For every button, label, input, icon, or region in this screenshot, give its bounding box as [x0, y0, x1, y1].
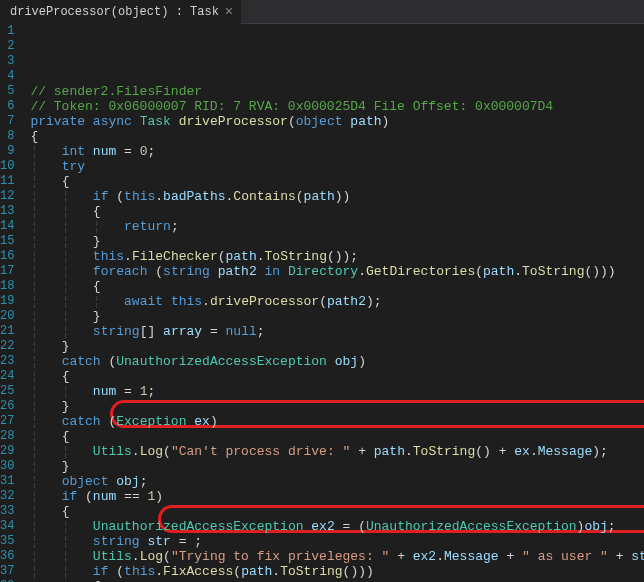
- line-number: 12: [0, 189, 14, 204]
- line-number: 8: [0, 129, 14, 144]
- line-number: 19: [0, 294, 14, 309]
- line-number: 14: [0, 219, 14, 234]
- line-number: 34: [0, 519, 14, 534]
- line-number: 32: [0, 489, 14, 504]
- line-number: 35: [0, 534, 14, 549]
- code-line: ¦ int num = 0;: [30, 144, 644, 159]
- code-line: ¦ if (num == 1): [30, 489, 644, 504]
- code-line: ¦ ¦ this.FileChecker(path.ToString());: [30, 249, 644, 264]
- active-tab[interactable]: driveProcessor(object) : Task ×: [0, 0, 241, 24]
- code-line: ¦ catch (UnauthorizedAccessException obj…: [30, 354, 644, 369]
- line-number: 23: [0, 354, 14, 369]
- code-line: ¦ ¦ UnauthorizedAccessException ex2 = (U…: [30, 519, 644, 534]
- line-number: 1: [0, 24, 14, 39]
- line-number: 24: [0, 369, 14, 384]
- line-number: 36: [0, 549, 14, 564]
- code-line: ¦ }: [30, 339, 644, 354]
- code-line: ¦ ¦ Utils.Log("Can't process drive: " + …: [30, 444, 644, 459]
- code-line: ¦ ¦ if (this.FixAccess(path.ToString())): [30, 564, 644, 579]
- code-line: ¦ ¦ string[] array = null;: [30, 324, 644, 339]
- line-number: 22: [0, 339, 14, 354]
- code-line: ¦ ¦ {: [30, 279, 644, 294]
- line-number: 10: [0, 159, 14, 174]
- line-number: 27: [0, 414, 14, 429]
- line-number: 7: [0, 114, 14, 129]
- line-number: 5: [0, 84, 14, 99]
- code-line: ¦ ¦ string str = ;: [30, 534, 644, 549]
- line-number: 29: [0, 444, 14, 459]
- line-number-gutter: 1234567891011121314151617181920212223242…: [0, 24, 26, 582]
- line-number: 17: [0, 264, 14, 279]
- line-number: 18: [0, 279, 14, 294]
- code-line: // sender2.FilesFinder: [30, 84, 644, 99]
- line-number: 26: [0, 399, 14, 414]
- code-line: ¦ {: [30, 504, 644, 519]
- line-number: 9: [0, 144, 14, 159]
- line-number: 11: [0, 174, 14, 189]
- line-number: 25: [0, 384, 14, 399]
- code-line: ¦ {: [30, 369, 644, 384]
- line-number: 15: [0, 234, 14, 249]
- line-number: 20: [0, 309, 14, 324]
- code-line: {: [30, 129, 644, 144]
- line-number: 21: [0, 324, 14, 339]
- line-number: 4: [0, 69, 14, 84]
- tab-label: driveProcessor(object) : Task: [10, 5, 219, 19]
- line-number: 3: [0, 54, 14, 69]
- code-line: ¦ }: [30, 459, 644, 474]
- line-number: 28: [0, 429, 14, 444]
- code-line: ¦ {: [30, 429, 644, 444]
- code-line: ¦ ¦ }: [30, 234, 644, 249]
- line-number: 16: [0, 249, 14, 264]
- line-number: 13: [0, 204, 14, 219]
- code-line: ¦ ¦ ¦ return;: [30, 219, 644, 234]
- code-line: ¦ ¦ {: [30, 204, 644, 219]
- code-line: ¦ ¦ }: [30, 309, 644, 324]
- code-line: ¦ try: [30, 159, 644, 174]
- line-number: 30: [0, 459, 14, 474]
- code-line: ¦ ¦ Utils.Log("Trying to fix priveleges:…: [30, 549, 644, 564]
- code-line: ¦ {: [30, 174, 644, 189]
- code-line: ¦ object obj;: [30, 474, 644, 489]
- line-number: 6: [0, 99, 14, 114]
- code-line: ¦ ¦ if (this.badPaths.Contains(path)): [30, 189, 644, 204]
- tab-bar: driveProcessor(object) : Task ×: [0, 0, 644, 24]
- line-number: 37: [0, 564, 14, 579]
- code-line: private async Task driveProcessor(object…: [30, 114, 644, 129]
- code-line: ¦ ¦ ¦ await this.driveProcessor(path2);: [30, 294, 644, 309]
- code-line: // Token: 0x06000007 RID: 7 RVA: 0x00002…: [30, 99, 644, 114]
- code-line: ¦ catch (Exception ex): [30, 414, 644, 429]
- line-number: 31: [0, 474, 14, 489]
- code-line: ¦ ¦ foreach (string path2 in Directory.G…: [30, 264, 644, 279]
- line-number: 33: [0, 504, 14, 519]
- code-area[interactable]: // sender2.FilesFinder// Token: 0x060000…: [26, 24, 644, 582]
- code-line: ¦ ¦ num = 1;: [30, 384, 644, 399]
- code-editor[interactable]: 1234567891011121314151617181920212223242…: [0, 24, 644, 582]
- line-number: 2: [0, 39, 14, 54]
- close-icon[interactable]: ×: [225, 5, 233, 19]
- code-line: ¦ }: [30, 399, 644, 414]
